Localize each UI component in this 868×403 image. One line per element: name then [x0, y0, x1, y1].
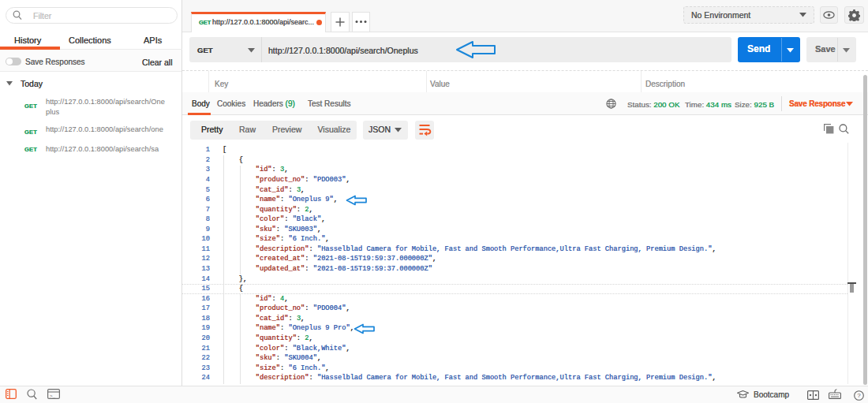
- svg-text:>_: >_: [50, 394, 56, 399]
- svg-text:?: ?: [857, 392, 861, 399]
